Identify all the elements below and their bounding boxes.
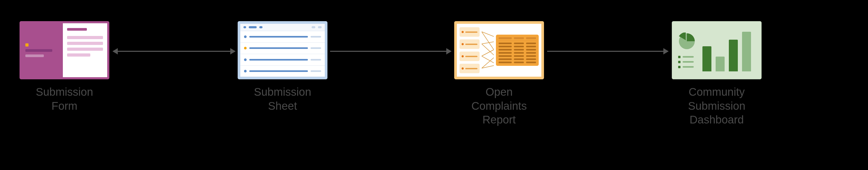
sheet-icon: [238, 21, 328, 79]
pie-chart-icon: [678, 32, 695, 50]
node-label: CommunitySubmissionDashboard: [688, 85, 745, 127]
node-submission-form: SubmissionForm: [20, 21, 109, 113]
bar-chart-icon: [703, 29, 755, 72]
node-label: SubmissionSheet: [254, 85, 311, 113]
arrowhead-right-icon: [663, 48, 669, 54]
report-icon: [454, 21, 544, 79]
arrowhead-left-icon: [113, 48, 118, 54]
arrow-form-to-sheet: [113, 51, 235, 52]
form-icon: [20, 21, 109, 79]
node-community-submission-dashboard: CommunitySubmissionDashboard: [672, 21, 762, 127]
dashboard-icon: [672, 21, 762, 79]
legend-icon: [678, 56, 694, 68]
node-submission-sheet: SubmissionSheet: [238, 21, 328, 113]
arrow-sheet-to-report: [330, 51, 451, 52]
arrowhead-right-icon: [230, 48, 236, 54]
connector-lines-icon: [482, 26, 494, 75]
node-label: SubmissionForm: [36, 85, 93, 113]
node-open-complaints-report: OpenComplaintsReport: [454, 21, 544, 127]
arrow-report-to-dashboard: [547, 51, 668, 52]
arrowhead-right-icon: [446, 48, 452, 54]
node-label: OpenComplaintsReport: [471, 85, 527, 127]
